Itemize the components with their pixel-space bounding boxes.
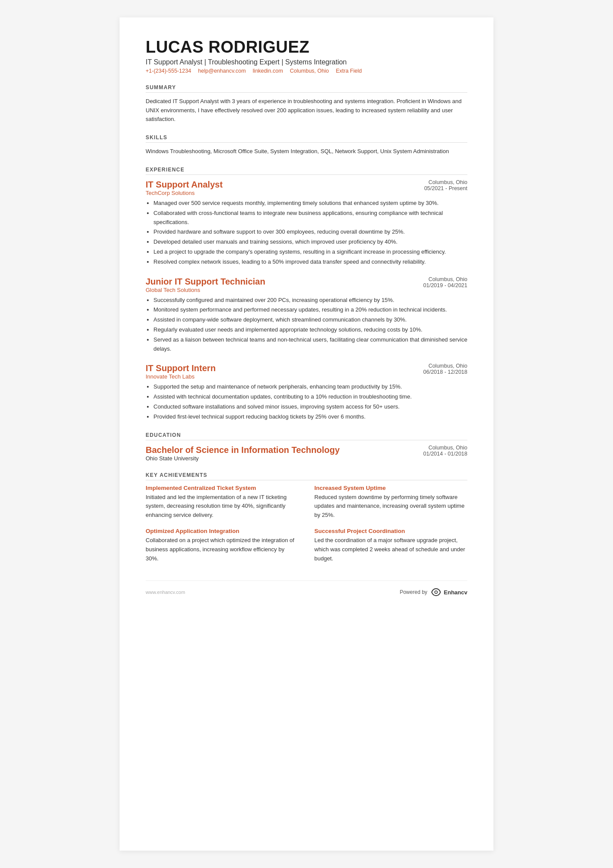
achievement-2: Increased System Uptime Reduced system d… [314,485,467,520]
job-1-bullets: Managed over 500 service requests monthl… [146,199,467,267]
job-1: IT Support Analyst TechCorp Solutions Co… [146,179,467,267]
contact-linkedin: linkedin.com [253,68,283,74]
list-item: Provided hardware and software support t… [153,228,467,237]
list-item: Resolved complex network issues, leading… [153,258,467,267]
contact-location: Columbus, Ohio [290,68,329,74]
education-section: EDUCATION Bachelor of Science in Informa… [146,432,467,462]
achievement-3-text: Collaborated on a project which optimize… [146,536,299,563]
list-item: Led a project to upgrade the company's o… [153,248,467,257]
list-item: Served as a liaison between technical te… [153,335,467,354]
summary-label: SUMMARY [146,84,467,93]
footer-brand: Powered by Enhancv [400,588,467,597]
list-item: Assisted in company-wide software deploy… [153,315,467,325]
list-item: Collaborated with cross-functional teams… [153,209,467,227]
achievement-1: Implemented Centralized Ticket System In… [146,485,299,520]
achievement-1-text: Initiated and led the implementation of … [146,493,299,520]
list-item: Assisted with technical documentation up… [153,392,467,402]
skills-section: SKILLS Windows Troubleshooting, Microsof… [146,134,467,156]
experience-label: EXPERIENCE [146,167,467,175]
achievements-section: KEY ACHIEVEMENTS Implemented Centralized… [146,472,467,563]
candidate-name: LUCAS RODRIGUEZ [146,38,467,57]
skills-text: Windows Troubleshooting, Microsoft Offic… [146,147,467,156]
job-2-dates: 01/2019 - 04/2021 [398,282,467,288]
achievement-1-title: Implemented Centralized Ticket System [146,485,299,491]
contact-phone: +1-(234)-555-1234 [146,68,191,74]
job-3-bullets: Supported the setup and maintenance of n… [146,382,467,421]
job-2-bullets: Successfully configured and maintained o… [146,296,467,354]
svg-point-0 [435,591,437,593]
list-item: Provided first-level technical support r… [153,412,467,422]
summary-text: Dedicated IT Support Analyst with 3 year… [146,97,467,124]
job-2-company: Global Tech Solutions [146,287,265,293]
powered-by-text: Powered by [400,589,427,595]
job-1-location-date: Columbus, Ohio 05/2021 - Present [398,179,467,191]
experience-section: EXPERIENCE IT Support Analyst TechCorp S… [146,167,467,422]
list-item: Conducted software installations and sol… [153,402,467,412]
contact-line: +1-(234)-555-1234 help@enhancv.com linke… [146,68,467,74]
job-3-company: Innovate Tech Labs [146,373,216,380]
achievement-4-text: Led the coordination of a major software… [314,536,467,563]
achievement-2-text: Reduced system downtime by performing ti… [314,493,467,520]
achievements-grid: Implemented Centralized Ticket System In… [146,485,467,563]
list-item: Successfully configured and maintained o… [153,296,467,305]
job-3-location: Columbus, Ohio [398,363,467,369]
resume-container: LUCAS RODRIGUEZ IT Support Analyst | Tro… [120,17,493,851]
header: LUCAS RODRIGUEZ IT Support Analyst | Tro… [146,38,467,74]
job-3: IT Support Intern Innovate Tech Labs Col… [146,363,467,421]
skills-label: SKILLS [146,134,467,143]
job-1-dates: 05/2021 - Present [398,185,467,191]
achievement-4: Successful Project Coordination Led the … [314,528,467,563]
edu-block: Bachelor of Science in Information Techn… [146,445,467,462]
edu-location: Columbus, Ohio [398,445,467,451]
edu-degree: Bachelor of Science in Information Techn… [146,445,340,455]
job-2: Junior IT Support Technician Global Tech… [146,276,467,354]
contact-extra: Extra Field [336,68,362,74]
candidate-title: IT Support Analyst | Troubleshooting Exp… [146,58,467,66]
list-item: Developed detailed user manuals and trai… [153,238,467,247]
summary-section: SUMMARY Dedicated IT Support Analyst wit… [146,84,467,124]
list-item: Supported the setup and maintenance of n… [153,382,467,392]
job-2-title: Junior IT Support Technician [146,276,265,287]
list-item: Regularly evaluated user needs and imple… [153,325,467,335]
list-item: Managed over 500 service requests monthl… [153,199,467,208]
achievement-2-title: Increased System Uptime [314,485,467,491]
contact-email: help@enhancv.com [198,68,246,74]
edu-left: Bachelor of Science in Information Techn… [146,445,340,462]
job-3-dates: 06/2018 - 12/2018 [398,369,467,375]
job-3-title: IT Support Intern [146,363,216,373]
job-3-location-date: Columbus, Ohio 06/2018 - 12/2018 [398,363,467,375]
job-1-location: Columbus, Ohio [398,179,467,185]
footer: www.enhancv.com Powered by Enhancv [146,580,467,597]
achievement-4-title: Successful Project Coordination [314,528,467,534]
enhancv-logo-icon [430,588,442,597]
achievement-3-title: Optimized Application Integration [146,528,299,534]
achievement-3: Optimized Application Integration Collab… [146,528,299,563]
job-1-company: TechCorp Solutions [146,190,223,196]
education-label: EDUCATION [146,432,467,440]
edu-dates: 01/2014 - 01/2018 [398,451,467,457]
job-2-location: Columbus, Ohio [398,276,467,282]
job-1-title: IT Support Analyst [146,179,223,190]
achievements-label: KEY ACHIEVEMENTS [146,472,467,480]
brand-name: Enhancv [444,589,467,596]
footer-website: www.enhancv.com [146,590,185,595]
list-item: Monitored system performance and perform… [153,305,467,315]
edu-right: Columbus, Ohio 01/2014 - 01/2018 [398,445,467,457]
enhancv-logo: Enhancv [430,588,467,597]
edu-school: Ohio State University [146,455,340,462]
job-2-location-date: Columbus, Ohio 01/2019 - 04/2021 [398,276,467,288]
